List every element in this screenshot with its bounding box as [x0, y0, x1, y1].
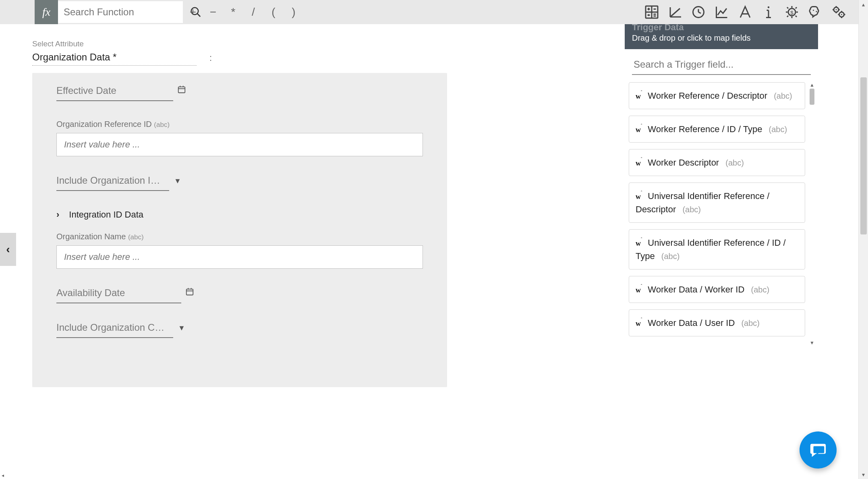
svg-rect-50: [186, 289, 193, 295]
chevron-down-icon: ▼: [178, 324, 185, 338]
op-minus[interactable]: −: [203, 0, 223, 24]
page: fx + − * / ( ): [0, 0, 858, 479]
attribute-colon: :: [209, 53, 212, 66]
trigger-field[interactable]: wˆWorker Data / Worker ID (abc): [629, 276, 805, 303]
svg-line-13: [670, 8, 680, 17]
svg-point-33: [816, 11, 817, 12]
svg-point-35: [836, 9, 837, 10]
include-org-code-label: Include Organization C…: [56, 322, 173, 338]
scroll-up-icon[interactable]: ▲: [810, 82, 814, 89]
svg-line-31: [787, 16, 788, 17]
org-ref-id-input[interactable]: [56, 133, 423, 156]
trigger-field[interactable]: wˆWorker Reference / Descriptor (abc): [629, 82, 805, 109]
svg-text:$: $: [790, 10, 793, 16]
search-function-input[interactable]: [58, 6, 190, 18]
trigger-list-wrap: wˆWorker Reference / Descriptor (abc) wˆ…: [625, 82, 818, 346]
calendar-icon[interactable]: [185, 287, 194, 303]
attribute-name[interactable]: Organization Data *: [32, 52, 197, 66]
h-scroll-left-icon[interactable]: ◂: [0, 472, 6, 479]
trigger-field[interactable]: wˆWorker Data / User ID (abc): [629, 309, 805, 336]
chevron-left-icon: ‹: [6, 243, 10, 256]
integration-id-data-label: Integration ID Data: [69, 209, 143, 220]
trigger-field[interactable]: wˆUniversal Identifier Reference / ID / …: [629, 229, 805, 270]
availability-date-field[interactable]: Availability Date: [56, 287, 427, 303]
form-panel: Effective Date Organization Reference ID…: [32, 73, 447, 387]
include-org-code-dropdown[interactable]: Include Organization C… ▼: [56, 322, 427, 338]
chat-button[interactable]: [800, 431, 837, 469]
chart-icon[interactable]: [710, 0, 733, 24]
currency-idea-icon[interactable]: $: [780, 0, 804, 24]
scroll-down-icon[interactable]: ▾: [862, 470, 865, 479]
trigger-list: wˆWorker Reference / Descriptor (abc) wˆ…: [629, 82, 805, 346]
svg-line-16: [698, 12, 701, 13]
include-org-id-label: Include Organization I…: [56, 175, 169, 191]
trigger-title: Trigger Data: [632, 24, 811, 33]
trigger-field[interactable]: wˆUniversal Identifier Reference / Descr…: [629, 182, 805, 223]
op-lparen[interactable]: (: [263, 0, 284, 24]
trigger-field[interactable]: wˆWorker Descriptor (abc): [629, 149, 805, 176]
svg-point-32: [813, 10, 814, 11]
trigger-search-input[interactable]: [632, 49, 811, 75]
chevron-down-icon: ▼: [174, 177, 181, 191]
scroll-down-icon[interactable]: ▼: [810, 340, 814, 346]
scroll-thumb[interactable]: [810, 89, 814, 105]
trigger-scrollbar[interactable]: ▲ ▼: [808, 82, 816, 346]
trigger-header: Trigger Data Drag & drop or click to map…: [625, 24, 818, 49]
trigger-panel: Trigger Data Drag & drop or click to map…: [625, 24, 818, 346]
clock-icon[interactable]: [687, 0, 710, 24]
info-icon[interactable]: [757, 0, 780, 24]
gears-icon[interactable]: [827, 0, 850, 24]
chevron-right-icon: ›: [56, 209, 59, 220]
math-grid-icon[interactable]: [640, 0, 663, 24]
search-function-box: [58, 1, 183, 23]
svg-line-30: [795, 7, 797, 8]
angle-icon[interactable]: [663, 0, 687, 24]
text-a-icon[interactable]: [733, 0, 757, 24]
scroll-up-icon[interactable]: ▴: [862, 0, 865, 9]
effective-date-field[interactable]: Effective Date: [56, 85, 427, 101]
availability-date-label: Availability Date: [56, 287, 181, 303]
svg-point-18: [768, 6, 770, 8]
svg-line-29: [795, 16, 797, 17]
integration-id-data-row[interactable]: › Integration ID Data: [56, 209, 427, 220]
svg-line-28: [787, 7, 788, 8]
toolbar-left-gap: [0, 0, 35, 24]
scroll-track[interactable]: [859, 9, 868, 470]
op-star[interactable]: *: [223, 0, 243, 24]
org-name-label: Organization Name (abc): [56, 232, 427, 241]
collapse-handle[interactable]: ‹: [0, 233, 16, 266]
trigger-subtitle: Drag & drop or click to map fields: [632, 33, 811, 43]
scroll-thumb[interactable]: [860, 77, 867, 234]
effective-date-label: Effective Date: [56, 85, 173, 101]
op-rparen[interactable]: ): [284, 0, 304, 24]
org-name-input[interactable]: [56, 245, 423, 269]
trigger-field[interactable]: wˆWorker Reference / ID / Type (abc): [629, 116, 805, 143]
svg-point-37: [841, 14, 842, 15]
scroll-track[interactable]: [808, 89, 816, 340]
op-plus[interactable]: +: [183, 0, 203, 24]
svg-rect-46: [178, 87, 185, 93]
org-ref-id-label: Organization Reference ID (abc): [56, 120, 427, 129]
op-slash[interactable]: /: [243, 0, 263, 24]
window-scrollbar[interactable]: ▴ ▾: [858, 0, 868, 479]
brain-icon[interactable]: [804, 0, 827, 24]
calendar-icon[interactable]: [177, 85, 186, 101]
formula-toolbar: fx + − * / ( ): [0, 0, 858, 24]
fx-badge[interactable]: fx: [35, 0, 58, 24]
svg-line-10: [648, 15, 649, 16]
include-org-id-dropdown[interactable]: Include Organization I… ▼: [56, 175, 427, 191]
